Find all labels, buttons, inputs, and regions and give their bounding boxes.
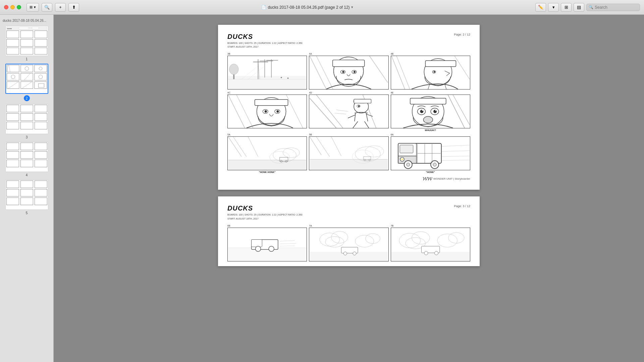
svg-rect-168: [400, 145, 413, 153]
svg-point-68: [229, 64, 238, 75]
share-button[interactable]: ⬆: [68, 3, 79, 12]
frame-4e: [391, 95, 470, 128]
svg-point-173: [407, 163, 410, 167]
sidebar-toggle-button[interactable]: ▤: [574, 3, 584, 12]
sb-cell-4d: 4D: [309, 92, 388, 131]
svg-rect-48: [6, 151, 19, 159]
svg-rect-39: [20, 113, 33, 121]
svg-rect-181: [228, 248, 306, 261]
svg-rect-206: [391, 252, 470, 261]
page-title-2: DUCKS: [227, 33, 302, 41]
pdf-page-2: DUCKS BOARDS: 100 | SHOTS: 25 | DURATION…: [218, 25, 480, 190]
svg-rect-7: [35, 31, 47, 38]
frame-5b: [309, 136, 388, 170]
edit-arrow-button[interactable]: ▾: [548, 3, 559, 12]
page-meta-2: BOARDS: 100 | SHOTS: 25 | DURATION: 1:22…: [227, 41, 302, 49]
svg-rect-45: [6, 143, 19, 150]
svg-rect-43: [35, 122, 47, 129]
page-thumbnail-5: [5, 180, 48, 210]
svg-rect-4: [32, 27, 39, 29]
svg-point-90: [354, 71, 356, 73]
svg-rect-57: [35, 181, 47, 188]
page-thumb-4[interactable]: 4: [0, 140, 53, 178]
svg-point-171: [401, 159, 403, 161]
svg-rect-6: [20, 31, 33, 38]
minimize-button[interactable]: [10, 5, 15, 9]
page-thumb-5[interactable]: 5: [0, 178, 53, 216]
svg-rect-49: [20, 151, 33, 159]
sb-cell-7b: 7B: [391, 225, 470, 261]
frame-4b: [391, 56, 470, 89]
svg-rect-61: [6, 198, 19, 205]
svg-rect-141: [228, 160, 306, 170]
maximize-button[interactable]: [17, 5, 21, 9]
frame-4a: [309, 56, 388, 89]
page-header-3: DUCKS BOARDS: 100 | SHOTS: 25 | DURATION…: [227, 204, 470, 220]
sb-cell-7a: 7A: [309, 225, 388, 261]
chevron-down-icon: ▾: [552, 5, 555, 10]
svg-rect-26: [34, 73, 46, 80]
svg-point-185: [256, 246, 261, 251]
svg-rect-41: [6, 122, 19, 129]
page-num-3: 3: [26, 135, 28, 139]
nav-view-button[interactable]: ⊞ ▾: [26, 3, 39, 12]
frame-label-6b: 6B: [227, 225, 307, 227]
frame-label-5b: 5B: [309, 133, 388, 136]
frame-6b: [227, 228, 307, 261]
svg-rect-13: [35, 48, 47, 55]
sidebar-title: ducks 2017-08-18 05.04.26...: [0, 17, 53, 24]
nav-view-arrow: ▾: [34, 5, 36, 9]
search-input[interactable]: [586, 4, 640, 11]
frame-label-7a: 7A: [309, 225, 388, 227]
zoom-out-button[interactable]: 🔍: [42, 3, 52, 12]
page-num-2: 2: [24, 95, 30, 101]
frame-label-7b: 7B: [391, 225, 470, 227]
svg-rect-65: [228, 76, 306, 89]
svg-rect-28: [7, 82, 19, 89]
page-thumbnail-3: [5, 104, 48, 134]
page-thumb-1[interactable]: DUCKS 1: [0, 24, 53, 62]
svg-point-134: [422, 110, 423, 111]
svg-rect-58: [6, 189, 19, 196]
storyboard-row-3: 5A: [227, 133, 470, 173]
svg-rect-11: [6, 48, 19, 55]
svg-rect-10: [35, 39, 47, 47]
zoom-in-button[interactable]: +: [55, 3, 66, 12]
sb-cell-4e: 4E: [391, 92, 470, 131]
svg-rect-9: [20, 39, 33, 47]
frame-4c: [227, 95, 307, 128]
svg-rect-153: [310, 160, 388, 170]
zoom-out-icon: 🔍: [44, 5, 50, 10]
svg-rect-55: [6, 181, 19, 188]
page-title-3: DUCKS: [227, 204, 302, 212]
sidebar: ducks 2017-08-18 05.04.26... DUCKS: [0, 15, 54, 362]
svg-rect-60: [35, 189, 47, 196]
view-button[interactable]: ⊞: [561, 3, 572, 12]
svg-rect-97: [425, 61, 456, 67]
pdf-area[interactable]: DUCKS BOARDS: 100 | SHOTS: 25 | DURATION…: [54, 15, 644, 362]
svg-rect-8: [6, 39, 19, 47]
page-thumbnail-1: DUCKS: [5, 26, 48, 56]
svg-point-132: [420, 110, 423, 113]
page-thumb-3[interactable]: 3: [0, 103, 53, 140]
svg-rect-63: [35, 198, 47, 205]
page-num-1: 1: [26, 57, 28, 61]
page-thumb-2[interactable]: 2: [0, 62, 53, 103]
file-title: 📄 ducks 2017-08-18 05.04.26.pdf (page 2 …: [261, 5, 353, 10]
svg-point-112: [276, 110, 279, 113]
sb-cell-5a: 5A: [227, 133, 307, 173]
close-button[interactable]: [4, 5, 8, 9]
page-num-4: 4: [26, 173, 28, 177]
page-thumbnail-2: [5, 64, 48, 94]
svg-rect-40: [35, 113, 47, 121]
svg-rect-32: [34, 82, 46, 89]
svg-rect-50: [35, 151, 47, 159]
toolbar-right: ✏️ ▾ ⊞ ▤ 🔍: [535, 3, 640, 12]
edit-button[interactable]: ✏️: [535, 3, 546, 12]
svg-rect-15: [7, 65, 19, 72]
svg-rect-47: [35, 143, 47, 150]
frame-7b: [391, 228, 470, 261]
svg-rect-62: [20, 198, 33, 205]
sb-cell-4b: 4B: [391, 53, 470, 89]
svg-rect-184: [252, 239, 262, 247]
